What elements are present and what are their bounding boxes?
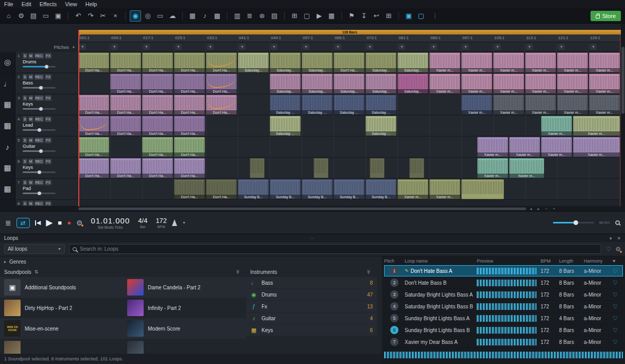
loop-row[interactable]: 4Saturday Bright Lights Bass B1728 Barsa…	[384, 301, 623, 313]
pitch-selector[interactable]: ▼	[493, 42, 525, 52]
track-s-button[interactable]: S	[23, 74, 27, 80]
slider-knob[interactable]	[38, 192, 41, 195]
audio-clip[interactable]: Xavier m...	[589, 74, 620, 94]
audio-clip[interactable]: Sunday B...	[238, 179, 269, 199]
track-rec-button[interactable]: REC	[34, 74, 44, 80]
track-fx-button[interactable]: FX	[45, 95, 51, 101]
volume-knob[interactable]	[574, 220, 578, 225]
cut-icon[interactable]: ✂	[97, 10, 109, 22]
notation-icon[interactable]: ▤	[269, 10, 280, 22]
audio-clip[interactable]: Saturday...	[270, 74, 301, 94]
audio-clip[interactable]: Sunday B...	[366, 179, 396, 199]
track-m-button[interactable]: M	[28, 159, 33, 164]
pitches-selector[interactable]: Pitches ▼	[0, 42, 78, 52]
audio-clip[interactable]: Xavier m...	[429, 179, 460, 199]
track-volume-slider[interactable]	[23, 66, 56, 67]
audio-clip[interactable]: Saturday ...	[302, 95, 333, 115]
audio-clip[interactable]: Don't Ha...	[174, 74, 205, 94]
instrument-item[interactable]: ▦Keys6	[246, 324, 377, 336]
pitch-selector[interactable]: ▼	[78, 42, 110, 52]
audio-clip[interactable]: Don't Ha...	[78, 158, 109, 178]
audio-clip[interactable]: Don't Ha...	[110, 74, 141, 94]
pitch-badge[interactable]: 6	[390, 326, 398, 334]
audio-clip[interactable]: Xavier m...	[509, 137, 540, 157]
loops-filter-dropdown[interactable]: All loops ▼	[4, 244, 65, 254]
pitch-badge[interactable]: 1	[390, 267, 398, 275]
audio-clip[interactable]: Xavier m...	[397, 179, 428, 199]
track-volume-slider[interactable]	[23, 129, 56, 131]
store-button[interactable]: Store	[591, 11, 621, 21]
pitch-selector[interactable]: ▼	[589, 42, 621, 52]
instrument-item[interactable]: ƒFx13	[246, 301, 377, 312]
audio-clip[interactable]: Xavier m...	[557, 53, 588, 73]
track-s-button[interactable]: S	[23, 53, 27, 59]
monitor-view-icon[interactable]: ▢	[301, 10, 312, 22]
horizontal-scrollbar-thumb[interactable]	[78, 207, 526, 210]
audio-clip[interactable]: Saturday...	[397, 53, 428, 73]
audio-clip[interactable]: Saturday...	[397, 74, 428, 94]
audio-clip[interactable]: Saturday...	[366, 74, 396, 94]
loop-preview-waveform[interactable]	[477, 268, 536, 274]
instrument-item[interactable]: ♩Bass8	[246, 277, 377, 288]
track-m-button[interactable]: M	[28, 74, 33, 80]
smart-preview-icon[interactable]: ◎	[142, 10, 153, 22]
pitch-selector[interactable]: ▼	[302, 42, 334, 52]
track-fx-button[interactable]: FX	[45, 201, 51, 206]
track-fx-button[interactable]: FX	[45, 180, 51, 185]
favorite-heart-icon[interactable]: ♡	[613, 339, 623, 345]
audio-clip[interactable]: Xavier m...	[429, 74, 460, 94]
zoom-in-button[interactable]: +	[551, 207, 557, 211]
audio-clip[interactable]: Don't Ha...	[206, 74, 237, 94]
audio-clip[interactable]	[461, 179, 504, 199]
pitch-selector[interactable]: ▼	[270, 42, 302, 52]
track-s-button[interactable]: S	[23, 180, 27, 185]
pitch-selector[interactable]: ▼	[366, 42, 397, 52]
timeline-ruler[interactable]: 001:1009:1017:1025:1033:1041:1049:1057:1…	[78, 34, 621, 42]
audio-clip[interactable]: Xavier m...	[461, 53, 492, 73]
pitch-selector[interactable]: ▼	[174, 42, 206, 52]
audio-clip[interactable]: Don't Ha...	[78, 137, 109, 157]
track-fx-button[interactable]: FX	[45, 116, 51, 122]
pitch-selector[interactable]: ▼	[525, 42, 557, 52]
audio-settings-icon[interactable]: ⚙	[76, 219, 83, 227]
slider-knob[interactable]	[38, 128, 41, 132]
soundpool-item[interactable]: Modern Score	[123, 318, 246, 339]
audition-icon[interactable]: ◉	[130, 10, 141, 22]
home-icon[interactable]: ⌂	[3, 10, 14, 22]
soundpool-item[interactable]: ▣Additional Soundpools	[0, 277, 123, 298]
new-project-icon[interactable]: ▤	[28, 10, 39, 22]
audio-clip[interactable]: Don't Ha...	[206, 179, 237, 199]
loop-toggle-button[interactable]: ⇄	[16, 218, 30, 228]
metronome-icon[interactable]	[172, 219, 177, 226]
slider-knob[interactable]	[45, 65, 48, 68]
pitch-selector[interactable]: ▼	[206, 42, 238, 52]
scene-frames-icon[interactable]: ⊞	[383, 10, 394, 22]
soundpool-item[interactable]	[0, 339, 123, 354]
loop-row[interactable]: 1✎Don't Hate Bass A1728 Barsa-Minor♡	[384, 265, 623, 277]
loop-column-header[interactable]: BPM	[541, 258, 559, 264]
range-loop-icon[interactable]: ↩	[371, 10, 382, 22]
favorite-heart-icon[interactable]: ♡	[613, 315, 623, 322]
audio-clip[interactable]: Xavier m...	[589, 53, 620, 73]
track-s-button[interactable]: S	[23, 201, 27, 206]
track-s-button[interactable]: S	[23, 137, 27, 143]
track-volume-slider[interactable]	[23, 193, 56, 194]
audio-clip[interactable]: Don't Ha...	[110, 53, 141, 73]
arranger-icon[interactable]: ≣	[5, 219, 11, 227]
loop-preview-waveform[interactable]	[477, 280, 536, 286]
audio-clip[interactable]: Xavier m...	[573, 137, 620, 157]
pitch-selector[interactable]: ▼	[461, 42, 493, 52]
track-rec-button[interactable]: REC	[34, 137, 44, 143]
pitch-badge[interactable]: 7	[390, 338, 398, 346]
master-volume-slider[interactable]	[553, 222, 594, 223]
audio-clip[interactable]: Saturday ...	[270, 95, 301, 115]
favorite-heart-icon[interactable]: ♡	[613, 327, 623, 334]
collapse-chevron-icon[interactable]: ≫	[235, 269, 240, 274]
undo-icon[interactable]: ↶	[73, 10, 84, 22]
info-panel-toggle-icon[interactable]: ▣	[403, 10, 414, 22]
soundpool-item[interactable]: Dame Candela - Part 2	[123, 277, 246, 298]
save-project-icon[interactable]: ▣	[53, 10, 64, 22]
scroll-right-button[interactable]: ▸	[535, 207, 542, 211]
track-rec-button[interactable]: REC	[34, 180, 44, 185]
audio-clip[interactable]: Don't Ha...	[142, 74, 173, 94]
